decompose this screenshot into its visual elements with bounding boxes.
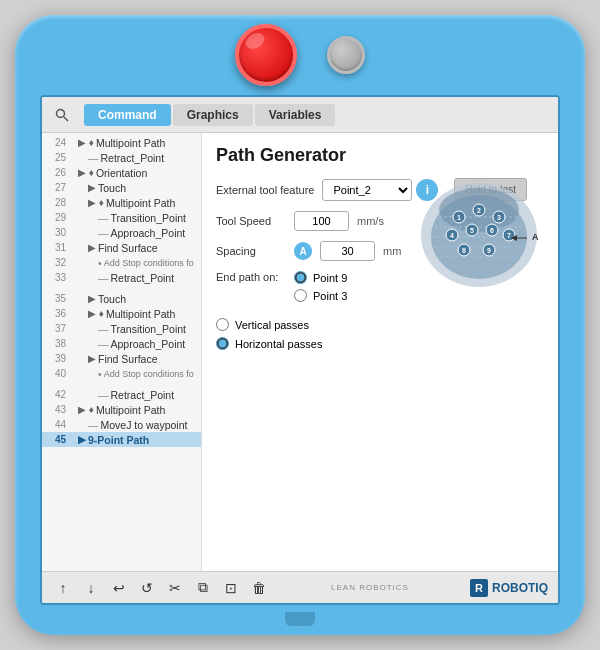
list-item: 27 ▶ Touch [42,180,201,195]
top-controls [15,15,585,95]
diagram-container: 1 2 3 4 5 [414,155,544,304]
list-item: 26 ▶ ♦ Orientation [42,165,201,180]
tablet-device: Command Graphics Variables 24 ▶ ♦ Multip… [15,15,585,635]
spacing-badge: A [294,242,312,260]
list-item: 42 — Retract_Point [42,387,201,402]
passes-group: Vertical passes Horizontal passes [216,318,544,350]
list-item-active[interactable]: 45 ▶ 9-Point Path [42,432,201,447]
search-icon[interactable] [50,103,74,127]
svg-line-1 [64,117,68,121]
tab-group: Command Graphics Variables [84,104,335,126]
lean-robotics-text: LEAN ROBOTICS [331,583,409,592]
svg-text:5: 5 [470,227,474,234]
list-item: 33 — Retract_Point [42,270,201,285]
horizontal-passes-radio[interactable] [216,337,229,350]
spacing-input[interactable] [320,241,375,261]
tab-variables[interactable]: Variables [255,104,336,126]
list-item: 43 ▶ ♦ Multipoint Path [42,402,201,417]
main-panel: Path Generator External tool feature Poi… [202,133,558,571]
toolbar-icons: ↑ ↓ ↩ ↺ ✂ ⧉ ⊡ 🗑 [52,577,270,599]
list-item: 32 • Add Stop conditions fo [42,255,201,270]
end-path-point3[interactable]: Point 3 [294,289,347,302]
screen: Command Graphics Variables 24 ▶ ♦ Multip… [40,95,560,605]
svg-text:6: 6 [490,227,494,234]
cut-button[interactable]: ✂ [164,577,186,599]
end-path-point9-label: Point 9 [313,272,347,284]
horizontal-passes-label: Horizontal passes [235,338,322,350]
svg-text:1: 1 [457,214,461,221]
emergency-stop-button[interactable] [235,24,297,86]
svg-text:2: 2 [477,207,481,214]
list-item: 40 • Add Stop conditions fo [42,366,201,381]
redo-button[interactable]: ↺ [136,577,158,599]
undo-button[interactable]: ↩ [108,577,130,599]
svg-point-0 [57,109,65,117]
end-path-point9[interactable]: Point 9 [294,271,347,284]
tool-speed-input[interactable] [294,211,349,231]
svg-text:4: 4 [450,232,454,239]
vertical-passes-label: Vertical passes [235,319,309,331]
bottom-toolbar: ↑ ↓ ↩ ↺ ✂ ⧉ ⊡ 🗑 LEAN ROBOTICS R ROBOTIQ [42,571,558,603]
list-item: 30 — Approach_Point [42,225,201,240]
list-item: 37 — Transition_Point [42,321,201,336]
list-item: 24 ▶ ♦ Multipoint Path [42,135,201,150]
svg-text:7: 7 [507,232,511,239]
list-item: 31 ▶ Find Surface [42,240,201,255]
external-tool-label: External tool feature [216,184,314,196]
list-item: 29 — Transition_Point [42,210,201,225]
external-tool-dropdown[interactable]: Point_2 [322,179,412,201]
move-down-button[interactable]: ↓ [80,577,102,599]
tab-command[interactable]: Command [84,104,171,126]
svg-text:8: 8 [462,247,466,254]
svg-text:A: A [532,232,539,242]
paste-button[interactable]: ⊡ [220,577,242,599]
bottom-hardware [285,605,315,633]
horizontal-passes-item[interactable]: Horizontal passes [216,337,544,350]
list-item: 25 — Retract_Point [42,150,201,165]
sidebar: 24 ▶ ♦ Multipoint Path 25 — Retract_Poin… [42,133,202,571]
list-item: 35 ▶ Touch [42,291,201,306]
robotiq-r-icon: R [470,579,488,597]
robotiq-brand-text: ROBOTIQ [492,581,548,595]
spacing-unit: mm [383,245,401,257]
end-path-point9-radio[interactable] [294,271,307,284]
spacing-label: Spacing [216,245,286,257]
power-button[interactable] [327,36,365,74]
list-item: 28 ▶ ♦ Multipoint Path [42,195,201,210]
connector-nub [285,612,315,626]
path-diagram-svg: 1 2 3 4 5 [414,155,544,300]
list-item: 38 — Approach_Point [42,336,201,351]
tool-speed-unit: mm/s [357,215,384,227]
list-item: 39 ▶ Find Surface [42,351,201,366]
tab-graphics[interactable]: Graphics [173,104,253,126]
robotiq-logo: R ROBOTIQ [470,579,548,597]
end-path-point3-label: Point 3 [313,290,347,302]
tool-speed-label: Tool Speed [216,215,286,227]
list-item: 44 — MoveJ to waypoint [42,417,201,432]
move-up-button[interactable]: ↑ [52,577,74,599]
delete-button[interactable]: 🗑 [248,577,270,599]
content-wrapper: Path Generator External tool feature Poi… [216,145,544,350]
lean-robotics-brand: LEAN ROBOTICS [331,583,409,592]
list-item: 36 ▶ ♦ Multipoint Path [42,306,201,321]
svg-text:3: 3 [497,214,501,221]
svg-text:9: 9 [487,247,491,254]
vertical-passes-item[interactable]: Vertical passes [216,318,544,331]
screen-body: 24 ▶ ♦ Multipoint Path 25 — Retract_Poin… [42,133,558,571]
copy-button[interactable]: ⧉ [192,577,214,599]
end-path-label: End path on: [216,271,286,283]
screen-header: Command Graphics Variables [42,97,558,133]
end-path-radio-group: Point 9 Point 3 [294,271,347,302]
vertical-passes-radio[interactable] [216,318,229,331]
end-path-point3-radio[interactable] [294,289,307,302]
